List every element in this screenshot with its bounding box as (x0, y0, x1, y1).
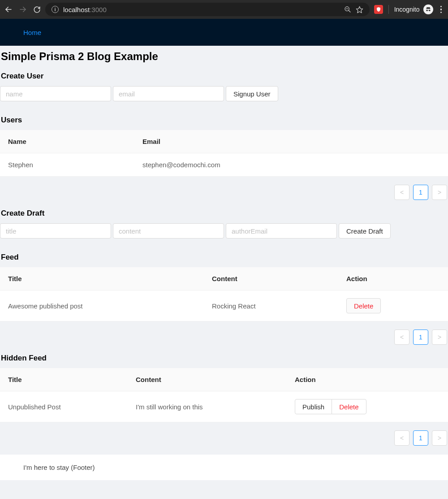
user-email-input[interactable] (113, 86, 224, 101)
pager-prev-button[interactable]: < (394, 185, 409, 200)
hidden-feed-heading: Hidden Feed (0, 347, 448, 368)
hidden-col-content: Content (128, 368, 287, 391)
table-row: Awesome published post Rocking React Del… (0, 291, 448, 321)
hidden-action-cell: Publish Delete (287, 391, 448, 422)
bookmark-star-icon[interactable] (356, 6, 363, 13)
feed-table: Title Content Action Awesome published p… (0, 267, 448, 321)
site-info-icon[interactable]: i (52, 6, 59, 13)
delete-button[interactable]: Delete (332, 399, 366, 414)
svg-line-3 (349, 10, 350, 12)
delete-button[interactable]: Delete (346, 298, 381, 313)
svg-marker-5 (356, 6, 362, 13)
footer: I'm here to stay (Footer) (0, 455, 448, 480)
create-draft-form: Create Draft (0, 223, 448, 247)
users-col-email: Email (134, 130, 448, 153)
pager-next-button[interactable]: > (432, 330, 447, 345)
pager-next-button[interactable]: > (432, 185, 447, 200)
user-name-cell: Stephen (0, 153, 134, 177)
feed-title-cell: Awesome published post (0, 291, 204, 321)
signup-user-button[interactable]: Signup User (226, 86, 278, 101)
create-draft-button[interactable]: Create Draft (339, 223, 391, 239)
ublock-icon[interactable] (374, 5, 383, 14)
hidden-feed-pagination: < 1 > (0, 422, 448, 446)
feed-pagination: < 1 > (0, 321, 448, 345)
users-pagination: < 1 > (0, 177, 448, 200)
publish-button[interactable]: Publish (295, 399, 332, 414)
hidden-col-title: Title (0, 368, 128, 391)
user-email-cell: stephen@codemochi.com (134, 153, 448, 177)
feed-action-cell: Delete (338, 291, 448, 321)
address-bar[interactable]: i localhost:3000 (45, 3, 370, 16)
create-user-heading: Create User (0, 65, 448, 86)
forward-icon (19, 5, 27, 13)
browser-chrome: i localhost:3000 Incognito (0, 0, 448, 19)
feed-content-cell: Rocking React (204, 291, 338, 321)
table-row: Unpublished Post I'm still working on th… (0, 391, 448, 422)
create-draft-heading: Create Draft (0, 203, 448, 223)
app-nav: Home (0, 19, 448, 46)
feed-col-title: Title (0, 267, 204, 291)
incognito-icon (423, 4, 433, 14)
user-name-input[interactable] (0, 86, 111, 101)
url-text: localhost:3000 (63, 6, 107, 13)
feed-col-content: Content (204, 267, 338, 291)
users-col-name: Name (0, 130, 134, 153)
pager-page-1[interactable]: 1 (413, 330, 428, 345)
divider (388, 5, 389, 14)
pager-prev-button[interactable]: < (394, 430, 409, 446)
users-table: Name Email Stephen stephen@codemochi.com (0, 130, 448, 177)
nav-link-home[interactable]: Home (23, 29, 41, 36)
hidden-content-cell: I'm still working on this (128, 391, 287, 422)
pager-next-button[interactable]: > (432, 430, 447, 446)
pager-prev-button[interactable]: < (394, 330, 409, 345)
feed-heading: Feed (0, 247, 448, 267)
hidden-title-cell: Unpublished Post (0, 391, 128, 422)
draft-title-input[interactable] (0, 223, 111, 239)
back-icon[interactable] (4, 5, 13, 13)
browser-menu-icon[interactable] (439, 6, 444, 13)
table-row: Stephen stephen@codemochi.com (0, 153, 448, 177)
reload-icon[interactable] (33, 6, 41, 13)
create-user-form: Signup User (0, 86, 448, 109)
feed-col-action: Action (338, 267, 448, 291)
draft-author-input[interactable] (226, 223, 337, 239)
page-title: Simple Prisma 2 Blog Example (0, 46, 448, 65)
users-heading: Users (0, 109, 448, 130)
hidden-col-action: Action (287, 368, 448, 391)
pager-page-1[interactable]: 1 (413, 185, 428, 200)
hidden-feed-table: Title Content Action Unpublished Post I'… (0, 368, 448, 422)
draft-content-input[interactable] (113, 223, 224, 239)
incognito-indicator: Incognito (394, 4, 433, 14)
pager-page-1[interactable]: 1 (413, 430, 428, 446)
zoom-icon[interactable] (344, 6, 351, 13)
footer-text: I'm here to stay (Footer) (23, 464, 95, 471)
